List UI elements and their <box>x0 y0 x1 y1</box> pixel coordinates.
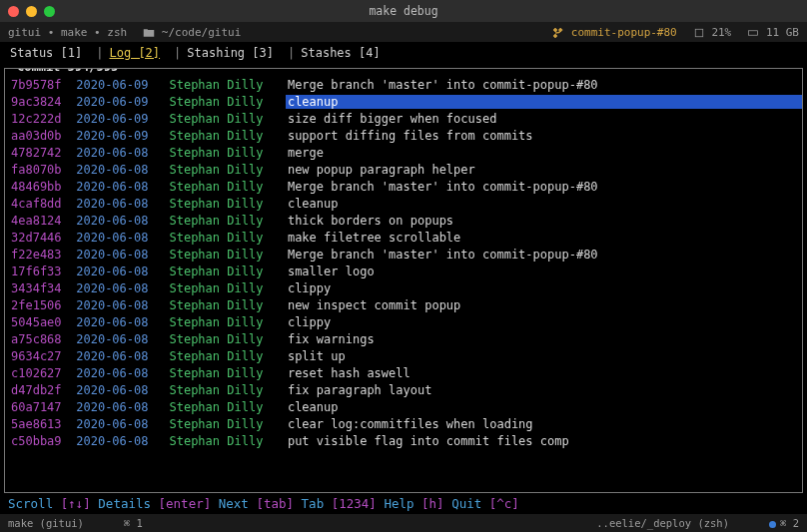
bottom-right1: ..eelie/_deploy (zsh) <box>596 517 729 529</box>
commit-hash: 9634c27 <box>11 348 69 365</box>
commit-row[interactable]: 2fe1506 2020-06-08 Stephan Dilly new ins… <box>11 297 796 314</box>
commit-log-panel: Commit 594/595 7b9578f 2020-06-09 Stepha… <box>4 68 803 493</box>
commit-date: 2020-06-08 <box>76 331 162 348</box>
commit-row[interactable]: 3434f34 2020-06-08 Stephan Dilly clippy <box>11 280 796 297</box>
commit-author: Stephan Dilly <box>169 196 273 213</box>
commit-hash: aa03d0b <box>11 128 69 145</box>
commit-row[interactable]: 7b9578f 2020-06-09 Stephan Dilly Merge b… <box>11 77 796 94</box>
commit-author: Stephan Dilly <box>169 94 273 111</box>
commit-message: Merge branch 'master' into commit-popup-… <box>288 180 598 194</box>
commit-date: 2020-06-08 <box>76 416 162 433</box>
bottom-mid: ⌘ 1 <box>124 517 143 529</box>
commit-row[interactable]: 5045ae0 2020-06-08 Stephan Dilly clippy <box>11 314 796 331</box>
commit-author: Stephan Dilly <box>169 331 273 348</box>
commit-message: thick borders on popups <box>288 214 453 228</box>
commit-hash: d47db2f <box>11 382 69 399</box>
commit-row[interactable]: d47db2f 2020-06-08 Stephan Dilly fix par… <box>11 382 796 399</box>
bottom-status-bar: make (gitui) ⌘ 1 ..eelie/_deploy (zsh) ⌘… <box>0 514 807 532</box>
commit-hash: fa8070b <box>11 162 69 179</box>
commit-author: Stephan Dilly <box>169 382 273 399</box>
commit-row[interactable]: a75c868 2020-06-08 Stephan Dilly fix war… <box>11 331 796 348</box>
commit-author: Stephan Dilly <box>169 213 273 230</box>
memory-usage: 11 GB <box>766 26 799 39</box>
commit-message: reset hash aswell <box>288 366 410 380</box>
commit-row[interactable]: 12c222d 2020-06-09 Stephan Dilly size di… <box>11 111 796 128</box>
commit-row[interactable]: f22e483 2020-06-08 Stephan Dilly Merge b… <box>11 247 796 264</box>
hint-key: [1234] <box>332 496 377 511</box>
commit-date: 2020-06-08 <box>76 297 162 314</box>
commit-row[interactable]: 4782742 2020-06-08 Stephan Dilly merge <box>11 145 796 162</box>
commit-row[interactable]: aa03d0b 2020-06-09 Stephan Dilly support… <box>11 128 796 145</box>
commit-hash: f22e483 <box>11 247 69 264</box>
tab-log[interactable]: Log [2] <box>109 46 160 60</box>
commit-row[interactable]: 17f6f33 2020-06-08 Stephan Dilly smaller… <box>11 264 796 280</box>
commit-hash: 3434f34 <box>11 280 69 297</box>
commit-author: Stephan Dilly <box>169 280 273 297</box>
hint-key: [tab] <box>256 496 294 511</box>
tab-bar: Status [1] | Log [2] | Stashing [3] | St… <box>0 42 807 64</box>
git-branch: commit-popup-#80 <box>571 26 677 39</box>
commit-hash: c50bba9 <box>11 433 69 450</box>
commit-author: Stephan Dilly <box>169 145 273 162</box>
panel-title: Commit 594/595 <box>13 68 122 74</box>
commit-row[interactable]: 60a7147 2020-06-08 Stephan Dilly cleanup <box>11 399 796 416</box>
commit-hash: 5ae8613 <box>11 416 69 433</box>
tab-stashes[interactable]: Stashes [4] <box>301 46 380 60</box>
tab-stashing[interactable]: Stashing [3] <box>187 46 274 60</box>
bottom-right2: ⌘ 2 <box>780 517 799 529</box>
commit-row[interactable]: 9634c27 2020-06-08 Stephan Dilly split u… <box>11 348 796 365</box>
commit-message: clear log:commitfiles when loading <box>288 417 533 431</box>
commit-hash: 60a7147 <box>11 399 69 416</box>
commit-date: 2020-06-08 <box>76 348 162 365</box>
commit-hash: 2fe1506 <box>11 297 69 314</box>
commit-author: Stephan Dilly <box>169 399 273 416</box>
top-status-bar: gitui • make • zsh ~/code/gitui commit-p… <box>0 22 807 42</box>
commit-row[interactable]: c102627 2020-06-08 Stephan Dilly reset h… <box>11 365 796 382</box>
commit-date: 2020-06-08 <box>76 399 162 416</box>
tab-separator: | <box>288 46 295 60</box>
commit-row[interactable]: 48469bb 2020-06-08 Stephan Dilly Merge b… <box>11 179 796 196</box>
commit-row[interactable]: 4ea8124 2020-06-08 Stephan Dilly thick b… <box>11 213 796 230</box>
commit-message: new popup paragraph helper <box>288 163 475 177</box>
commit-date: 2020-06-08 <box>76 264 162 280</box>
commit-message: cleanup <box>286 95 803 109</box>
commit-message: new inspect commit popup <box>288 298 460 312</box>
hint-label: Tab <box>302 496 325 511</box>
cpu-icon <box>693 26 705 39</box>
commit-author: Stephan Dilly <box>169 162 273 179</box>
commit-message: Merge branch 'master' into commit-popup-… <box>288 248 598 262</box>
session-indicator-icon <box>769 521 776 528</box>
commit-author: Stephan Dilly <box>169 314 273 331</box>
tab-separator: | <box>96 46 103 60</box>
commit-message: clippy <box>288 281 331 295</box>
commit-hash: 5045ae0 <box>11 314 69 331</box>
cpu-percent: 21% <box>711 26 731 39</box>
tab-status[interactable]: Status [1] <box>10 46 82 60</box>
commit-row[interactable]: 9ac3824 2020-06-09 Stephan Dilly cleanup <box>11 94 796 111</box>
commit-row[interactable]: 5ae8613 2020-06-08 Stephan Dilly clear l… <box>11 416 796 433</box>
commit-author: Stephan Dilly <box>169 297 273 314</box>
commit-author: Stephan Dilly <box>169 111 273 128</box>
hint-key: [^c] <box>489 496 519 511</box>
commit-message: make filetree scrollable <box>288 231 460 245</box>
commit-author: Stephan Dilly <box>169 128 273 145</box>
commit-date: 2020-06-09 <box>76 94 162 111</box>
hint-label: Help <box>384 496 413 511</box>
commit-row[interactable]: 32d7446 2020-06-08 Stephan Dilly make fi… <box>11 230 796 247</box>
key-hints-bar: Scroll [↑↓] Details [enter] Next [tab] T… <box>0 493 807 514</box>
commit-date: 2020-06-08 <box>76 162 162 179</box>
commit-row[interactable]: c50bba9 2020-06-08 Stephan Dilly put vis… <box>11 433 796 450</box>
commit-author: Stephan Dilly <box>169 179 273 196</box>
commit-date: 2020-06-08 <box>76 433 162 450</box>
process-info: gitui • make • zsh <box>8 26 127 39</box>
commit-list[interactable]: 7b9578f 2020-06-09 Stephan Dilly Merge b… <box>11 77 796 450</box>
commit-date: 2020-06-09 <box>76 128 162 145</box>
commit-author: Stephan Dilly <box>169 264 273 280</box>
folder-icon <box>143 26 155 39</box>
commit-message: fix warnings <box>288 332 375 346</box>
commit-row[interactable]: fa8070b 2020-06-08 Stephan Dilly new pop… <box>11 162 796 179</box>
branch-icon <box>552 26 564 39</box>
svg-rect-0 <box>695 29 703 37</box>
commit-date: 2020-06-08 <box>76 145 162 162</box>
commit-row[interactable]: 4caf8dd 2020-06-08 Stephan Dilly cleanup <box>11 196 796 213</box>
